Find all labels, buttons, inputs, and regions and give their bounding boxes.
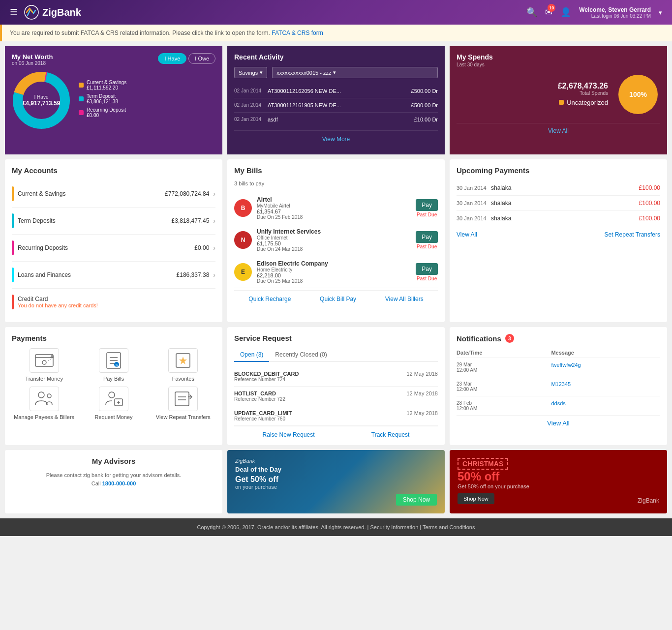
logo-text: ZigBank — [42, 7, 81, 18]
activity-selectors: Savings ▾ xxxxxxxxxxx0015 - zzz ▾ — [234, 67, 438, 78]
user-chevron-icon: ▾ — [659, 9, 662, 16]
notif-link-1[interactable]: fweffwfw24g — [551, 362, 580, 368]
last-login-text: Last login 06 Jun 03:22 PM — [579, 13, 651, 19]
legend-savings-amount: £1,111,592.20 — [87, 85, 126, 90]
payment-name-3: shalaka — [491, 215, 639, 222]
transfer-money-item[interactable]: Transfer Money — [12, 348, 76, 382]
bills-actions: Quick Recharge Quick Bill Pay View All B… — [234, 290, 438, 302]
advisors-phone[interactable]: 1800-000-000 — [102, 480, 136, 486]
unify-pay-btn[interactable]: Pay — [416, 231, 438, 243]
notif-date-1-day: 29 Mar — [457, 362, 551, 367]
notifications-header: Notifications 3 — [457, 334, 660, 343]
view-more-btn[interactable]: View More — [234, 130, 438, 148]
account-row-credit: Credit Card You do not have any credit c… — [12, 289, 215, 315]
account-indicator-credit — [12, 295, 14, 309]
airtel-pay-btn[interactable]: Pay — [416, 199, 438, 211]
i-owe-tab[interactable]: I Owe — [188, 53, 215, 64]
notif-link-2[interactable]: M12345 — [551, 381, 571, 387]
unify-due: Due On 24 Mar 2018 — [257, 246, 411, 252]
hamburger-menu[interactable]: ☰ — [10, 7, 18, 18]
account-left-loans: Loans and Finances — [12, 268, 71, 282]
account-type-select[interactable]: Savings ▾ — [234, 67, 267, 78]
spends-view-all[interactable]: View All — [457, 123, 660, 138]
view-repeat-transfers-svg — [173, 390, 193, 408]
alert-link[interactable]: FATCA & CRS form — [272, 30, 323, 36]
spends-legend: Uncategorized — [457, 99, 608, 106]
deal-banner: ZigBank Deal of the Day Get 50% off on y… — [227, 450, 445, 513]
legend-term-name: Term Deposit — [87, 93, 118, 99]
raise-request-link[interactable]: Raise New Request — [263, 431, 315, 438]
service-row-3: UPDATE_CARD_LIMIT Reference Number 760 1… — [234, 406, 438, 426]
pay-bills-item[interactable]: $ Pay Bills — [81, 348, 146, 382]
quick-bill-pay-link[interactable]: Quick Bill Pay — [320, 296, 356, 302]
notifications-view-all-link[interactable]: View All — [547, 420, 569, 427]
logo-icon — [24, 4, 39, 20]
notif-time-1: 12:00 AM — [457, 367, 551, 373]
account-arrow-savings[interactable]: › — [213, 190, 215, 198]
pay-bills-label: Pay Bills — [103, 376, 124, 382]
notif-date-2: 23 Mar 12:00 AM — [457, 377, 551, 396]
christmas-shop-btn[interactable]: Shop Now — [458, 493, 494, 504]
service-tab-open[interactable]: Open (3) — [234, 348, 269, 362]
view-repeat-transfers-icon — [168, 387, 198, 411]
my-spends-card: My Spends Last 30 days £2,678,473.26 Tot… — [450, 46, 667, 154]
svg-marker-19 — [179, 357, 187, 364]
advisors-call-label: Call — [92, 480, 101, 486]
edison-pay-btn[interactable]: Pay — [416, 263, 438, 275]
top-row: My Net Worth on 06 Jun 2018 I Have I Owe — [5, 46, 667, 154]
legend-dot-recurring — [79, 110, 84, 115]
notif-link-3[interactable]: ddsds — [551, 400, 565, 406]
mail-icon[interactable]: ✉ 10 — [545, 7, 552, 18]
spends-legend-label: Uncategorized — [567, 99, 608, 106]
set-repeat-transfers-link[interactable]: Set Repeat Transfers — [605, 231, 660, 238]
activity-row-2: 02 Jan 2014 AT3000112161905 NEW DE... £5… — [234, 98, 438, 113]
user-info[interactable]: Welcome, Steven Gerrard Last login 06 Ju… — [579, 6, 651, 19]
bottom-row: My Advisors Please contact zig bank for … — [5, 450, 667, 513]
bills-subtitle: 3 bills to pay — [234, 180, 438, 186]
footer-security-link[interactable]: Security Information — [370, 524, 418, 530]
account-number-label: xxxxxxxxxxx0015 - zzz — [276, 70, 331, 76]
service-tab-closed[interactable]: Recently Closed (0) — [269, 348, 333, 361]
account-number-select[interactable]: xxxxxxxxxxx0015 - zzz ▾ — [272, 67, 438, 78]
track-request-link[interactable]: Track Request — [371, 431, 410, 438]
upcoming-view-all-link[interactable]: View All — [457, 231, 477, 238]
favorites-item[interactable]: Favorites — [151, 348, 215, 382]
service-ref-label-2: Reference Number — [234, 396, 275, 402]
view-repeat-transfers-item[interactable]: View Repeat Transfers — [151, 387, 215, 420]
payment-date-2: 30 Jan 2014 — [457, 200, 491, 206]
notif-time-3: 12:00 AM — [457, 406, 551, 411]
activity-date-1: 02 Jan 2014 — [234, 88, 264, 94]
account-right-savings: £772,080,724.84 › — [165, 190, 215, 198]
payments-title: Payments — [12, 334, 215, 342]
pay-bills-icon: $ — [99, 348, 128, 373]
notif-message-3: ddsds — [551, 396, 660, 416]
account-indicator-term — [12, 213, 14, 228]
payment-row-3: 30 Jan 2014 shalaka £100.00 — [457, 211, 660, 226]
airtel-logo: B — [234, 199, 252, 217]
spends-legend-dot — [559, 100, 564, 105]
activity-desc-2: AT3000112161905 NEW DE... — [264, 102, 411, 108]
deal-shop-btn[interactable]: Shop Now — [396, 494, 437, 506]
manage-payees-item[interactable]: Manage Payees & Billers — [12, 387, 76, 420]
notif-time-2: 12:00 AM — [457, 387, 551, 392]
notifications-card: Notifications 3 Date/Time Message 29 Mar — [450, 327, 667, 445]
user-icon[interactable]: 👤 — [560, 7, 571, 18]
i-have-tab[interactable]: I Have — [158, 53, 186, 64]
payment-date-3-text: 30 Jan 2014 — [457, 215, 491, 221]
legend-item-recurring: Recurring Deposit £0.00 — [79, 107, 126, 118]
account-name-recurring: Recurring Deposits — [18, 244, 68, 251]
view-all-billers-link[interactable]: View All Billers — [385, 296, 424, 302]
airtel-sub: MyMobile Airtel — [257, 203, 411, 209]
account-arrow-recurring[interactable]: › — [213, 244, 215, 252]
quick-recharge-link[interactable]: Quick Recharge — [248, 296, 291, 302]
bill-row-edison: E Edison Electric Company Home Electrici… — [234, 256, 438, 288]
search-icon[interactable]: 🔍 — [526, 7, 537, 18]
footer-terms-link[interactable]: Terms and Conditions — [423, 524, 475, 530]
account-indicator-savings — [12, 186, 14, 201]
airtel-action: Pay Past Due — [416, 199, 438, 217]
account-arrow-term[interactable]: › — [213, 217, 215, 225]
request-money-item[interactable]: Request Money — [81, 387, 146, 420]
unify-info: Unify Internet Services Office Internet … — [257, 228, 411, 252]
notifications-badge: 3 — [505, 334, 514, 343]
account-arrow-loans[interactable]: › — [213, 271, 215, 279]
